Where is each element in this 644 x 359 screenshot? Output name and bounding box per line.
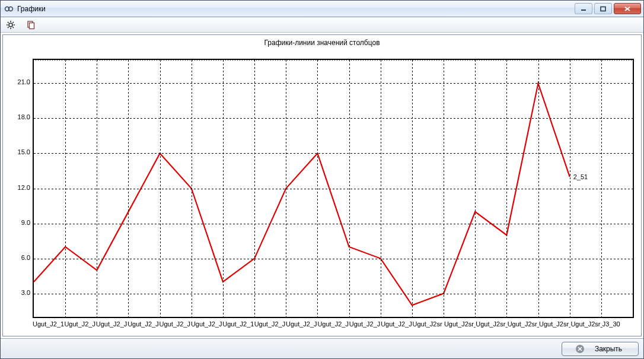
x-tick-label: Ugut_J2_J — [254, 320, 286, 333]
gridline-v — [128, 60, 129, 317]
maximize-button[interactable] — [594, 3, 612, 14]
gridline-v — [317, 60, 318, 317]
x-tick-label: Ugut_J2_J — [64, 320, 95, 333]
x-tick-label: Ugut_J2_1 — [33, 320, 64, 333]
svg-line-14 — [8, 27, 9, 28]
gridline-v — [254, 60, 255, 317]
copy-icon — [26, 20, 36, 30]
settings-button[interactable] — [5, 20, 16, 30]
gridline-v — [570, 60, 570, 317]
series-line — [34, 83, 570, 305]
x-tick-label: Ugut_J2sr_ — [570, 320, 602, 333]
x-tick-label: Ugut_J2sr_ — [539, 320, 570, 333]
svg-rect-16 — [30, 23, 34, 28]
x-tick-label: Ugut_J2sr_ — [476, 320, 507, 333]
plot-area: 3.06.09.012.015.018.021.0 2_51 Ugut_J2_1… — [8, 52, 634, 333]
close-window-button[interactable] — [614, 3, 641, 14]
gridline-v — [506, 60, 507, 317]
x-tick-label: Ugut_J2_1 — [222, 320, 254, 333]
x-tick-label: Ugut_J2_J2s — [191, 320, 222, 333]
gridline-v — [160, 60, 161, 317]
close-button[interactable]: Закрыть — [562, 342, 639, 356]
gridline-h — [34, 259, 633, 259]
y-tick-label: 12.0 — [18, 184, 30, 191]
x-axis: Ugut_J2_1Ugut_J2_JUgut_J2_JUgut_J2_JUgut… — [33, 320, 634, 333]
gridline-v — [412, 60, 413, 317]
x-tick-label: Ugut_J2_J — [286, 320, 317, 333]
y-axis: 3.06.09.012.015.018.021.0 — [8, 52, 33, 318]
x-tick-label: Ugut_J2_J — [349, 320, 381, 333]
svg-line-11 — [8, 22, 9, 23]
gridline-h — [34, 189, 633, 189]
x-tick-label: Ugut_J2_J — [160, 320, 191, 333]
x-tick-label: Ugut_J2_J — [96, 320, 127, 333]
svg-rect-3 — [601, 7, 605, 11]
close-button-label: Закрыть — [595, 345, 622, 353]
gridline-v — [223, 60, 224, 317]
x-tick-label: Ugut_J2_J — [381, 320, 412, 333]
chart-title: Графики-линии значений столбцов — [3, 35, 641, 48]
series-end-label: 2_51 — [573, 173, 588, 180]
gridline-v — [538, 60, 539, 317]
x-tick-label: Ugut_J2_J — [317, 320, 349, 333]
window-title: Графики — [17, 5, 571, 13]
y-tick-label: 6.0 — [21, 254, 30, 261]
gridline-v — [444, 60, 444, 317]
x-tick-label: Ugut_J2sr — [413, 320, 444, 333]
gridline-h — [34, 153, 633, 154]
close-icon — [576, 345, 584, 353]
x-tick-label: Ugut_J2sr_ — [508, 320, 539, 333]
gridline-v — [192, 60, 192, 317]
gridline-h — [34, 224, 633, 224]
gridline-v — [349, 60, 350, 317]
app-window: Графики — [0, 0, 644, 359]
footer: Закрыть — [1, 338, 643, 358]
y-tick-label: 18.0 — [18, 113, 30, 120]
x-tick-label: J3_30 — [602, 320, 634, 333]
gridline-v — [601, 60, 602, 317]
gridline-h — [34, 83, 633, 84]
gridline-v — [286, 60, 286, 317]
y-tick-label: 15.0 — [18, 148, 30, 155]
chart-panel: Графики-линии значений столбцов 3.06.09.… — [2, 34, 642, 336]
toolbar — [1, 17, 643, 33]
gridline-h — [34, 118, 633, 119]
copy-button[interactable] — [25, 20, 36, 30]
x-tick-label: Ugut_J2_J — [127, 320, 159, 333]
gridline-v — [97, 60, 97, 317]
minimize-button[interactable] — [575, 3, 592, 14]
gear-icon — [6, 20, 15, 30]
gridline-v — [381, 60, 381, 317]
gridline-v — [65, 60, 66, 317]
plot-box: 2_51 — [33, 59, 634, 318]
svg-line-13 — [12, 22, 14, 23]
app-icon — [4, 4, 14, 14]
window-buttons — [575, 3, 642, 14]
y-tick-label: 3.0 — [21, 289, 30, 296]
gridline-v — [475, 60, 476, 317]
svg-line-12 — [12, 27, 14, 28]
y-tick-label: 21.0 — [18, 78, 30, 85]
y-tick-label: 9.0 — [21, 219, 30, 226]
x-tick-label: Ugut_J2sr_ — [444, 320, 476, 333]
titlebar: Графики — [1, 1, 643, 17]
svg-point-6 — [9, 23, 12, 27]
gridline-h — [34, 294, 633, 294]
